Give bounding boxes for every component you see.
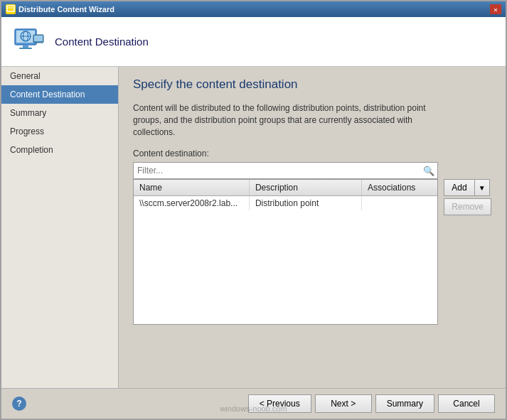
remove-button[interactable]: Remove <box>444 198 491 215</box>
sidebar: General Content Destination Summary Prog… <box>1 67 119 388</box>
summary-button[interactable]: Summary <box>375 394 434 413</box>
header-icon <box>12 25 46 59</box>
page-title: Specify the content destination <box>133 77 491 92</box>
description-text: Content will be distributed to the follo… <box>133 102 439 138</box>
svg-rect-10 <box>34 36 43 41</box>
sidebar-item-content-destination[interactable]: Content Destination <box>1 85 118 104</box>
main-content: Specify the content destination Content … <box>119 67 506 388</box>
previous-button[interactable]: < Previous <box>248 394 311 413</box>
content-area: General Content Destination Summary Prog… <box>1 67 506 388</box>
sidebar-item-summary[interactable]: Summary <box>1 104 118 122</box>
sidebar-item-completion[interactable]: Completion <box>1 141 118 159</box>
cancel-button[interactable]: Cancel <box>438 394 495 413</box>
header-title: Content Destination <box>55 36 149 48</box>
bottom-bar: ? < Previous Next > Summary Cancel windo… <box>1 388 506 419</box>
svg-rect-8 <box>19 48 32 49</box>
filter-input[interactable] <box>133 162 438 179</box>
col-header-associations[interactable]: Associations <box>361 180 437 196</box>
content-table-wrap: Name Description Associations \\scc <box>133 179 438 325</box>
svg-rect-7 <box>23 45 28 48</box>
cell-description: Distribution point <box>249 196 361 210</box>
col-header-name[interactable]: Name <box>134 180 249 196</box>
sidebar-item-progress[interactable]: Progress <box>1 122 118 141</box>
search-icon: 🔍 <box>423 166 434 176</box>
title-bar: Distribute Content Wizard ✕ <box>1 1 506 17</box>
table-row[interactable]: \\sccm.server2008r2.lab... Distribution … <box>134 196 437 210</box>
col-header-description[interactable]: Description <box>249 180 361 196</box>
title-bar-text: Distribute Content Wizard <box>18 5 114 14</box>
next-button[interactable]: Next > <box>315 394 372 413</box>
cell-associations <box>361 196 437 210</box>
section-label: Content destination: <box>133 149 491 158</box>
add-button[interactable]: Add <box>444 179 474 196</box>
header-area: Content Destination <box>1 17 506 67</box>
svg-rect-0 <box>7 6 14 11</box>
bottom-buttons: < Previous Next > Summary Cancel <box>248 394 495 413</box>
sidebar-item-general[interactable]: General <box>1 67 118 85</box>
add-dropdown-button[interactable]: ▼ <box>475 179 490 196</box>
table-body: \\sccm.server2008r2.lab... Distribution … <box>134 196 437 324</box>
title-bar-icon <box>6 4 16 14</box>
help-button[interactable]: ? <box>12 397 26 411</box>
close-button[interactable]: ✕ <box>490 4 501 14</box>
cell-name: \\sccm.server2008r2.lab... <box>134 196 249 210</box>
content-table: Name Description Associations <box>134 180 437 196</box>
